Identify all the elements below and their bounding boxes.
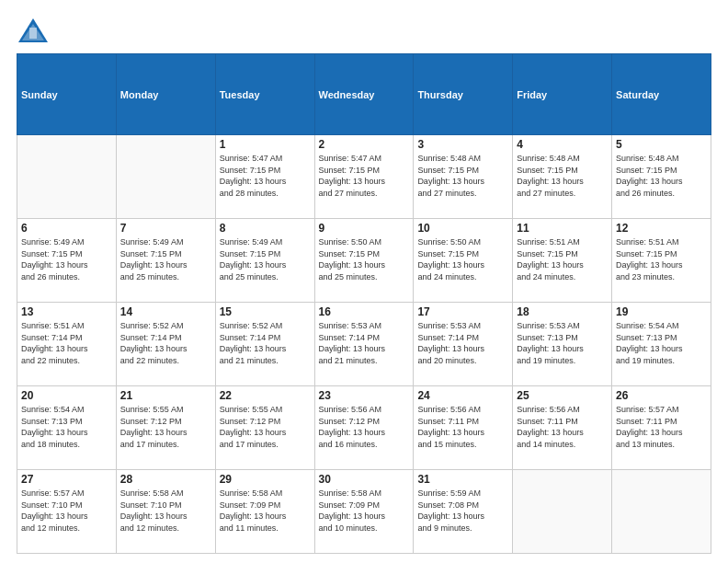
day-info: Sunrise: 5:49 AM Sunset: 7:15 PM Dayligh…	[120, 236, 211, 282]
week-row-3: 13Sunrise: 5:51 AM Sunset: 7:14 PM Dayli…	[17, 303, 711, 386]
weekday-header-thursday: Thursday	[414, 54, 513, 135]
day-number: 30	[319, 473, 410, 486]
day-number: 7	[120, 222, 211, 235]
day-number: 29	[220, 473, 311, 486]
day-info: Sunrise: 5:51 AM Sunset: 7:15 PM Dayligh…	[517, 236, 608, 282]
page: SundayMondayTuesdayWednesdayThursdayFrid…	[0, 0, 728, 563]
calendar-cell	[513, 470, 612, 554]
day-number: 17	[417, 305, 508, 318]
calendar-cell: 3Sunrise: 5:48 AM Sunset: 7:15 PM Daylig…	[414, 135, 513, 219]
day-info: Sunrise: 5:53 AM Sunset: 7:14 PM Dayligh…	[417, 320, 508, 366]
day-number: 28	[120, 473, 211, 486]
week-row-2: 6Sunrise: 5:49 AM Sunset: 7:15 PM Daylig…	[17, 219, 711, 303]
calendar-cell: 20Sunrise: 5:54 AM Sunset: 7:13 PM Dayli…	[17, 386, 117, 470]
calendar-cell: 25Sunrise: 5:56 AM Sunset: 7:11 PM Dayli…	[513, 386, 612, 470]
week-row-4: 20Sunrise: 5:54 AM Sunset: 7:13 PM Dayli…	[17, 386, 711, 470]
calendar-cell	[612, 470, 711, 554]
day-number: 20	[21, 389, 112, 402]
day-number: 4	[517, 138, 608, 151]
day-number: 18	[517, 305, 608, 318]
day-info: Sunrise: 5:54 AM Sunset: 7:13 PM Dayligh…	[21, 404, 112, 450]
calendar-cell: 21Sunrise: 5:55 AM Sunset: 7:12 PM Dayli…	[116, 386, 215, 470]
day-number: 21	[120, 389, 211, 402]
day-info: Sunrise: 5:55 AM Sunset: 7:12 PM Dayligh…	[220, 404, 311, 450]
calendar-cell: 23Sunrise: 5:56 AM Sunset: 7:12 PM Dayli…	[314, 386, 414, 470]
week-row-1: 1Sunrise: 5:47 AM Sunset: 7:15 PM Daylig…	[17, 135, 711, 219]
day-info: Sunrise: 5:52 AM Sunset: 7:14 PM Dayligh…	[120, 320, 211, 366]
day-number: 26	[616, 389, 707, 402]
day-info: Sunrise: 5:53 AM Sunset: 7:13 PM Dayligh…	[517, 320, 608, 366]
day-number: 25	[517, 389, 608, 402]
day-info: Sunrise: 5:57 AM Sunset: 7:11 PM Dayligh…	[616, 404, 707, 450]
day-info: Sunrise: 5:47 AM Sunset: 7:15 PM Dayligh…	[220, 153, 311, 199]
calendar-cell: 9Sunrise: 5:50 AM Sunset: 7:15 PM Daylig…	[314, 219, 414, 303]
calendar-cell: 18Sunrise: 5:53 AM Sunset: 7:13 PM Dayli…	[513, 303, 612, 386]
day-info: Sunrise: 5:48 AM Sunset: 7:15 PM Dayligh…	[517, 153, 608, 199]
calendar-cell: 13Sunrise: 5:51 AM Sunset: 7:14 PM Dayli…	[17, 303, 117, 386]
calendar-cell: 8Sunrise: 5:49 AM Sunset: 7:15 PM Daylig…	[215, 219, 314, 303]
calendar-cell: 31Sunrise: 5:59 AM Sunset: 7:08 PM Dayli…	[414, 470, 513, 554]
calendar-cell: 30Sunrise: 5:58 AM Sunset: 7:09 PM Dayli…	[314, 470, 414, 554]
calendar-cell: 28Sunrise: 5:58 AM Sunset: 7:10 PM Dayli…	[116, 470, 215, 554]
day-number: 9	[319, 222, 410, 235]
day-info: Sunrise: 5:49 AM Sunset: 7:15 PM Dayligh…	[21, 236, 112, 282]
day-number: 1	[220, 138, 311, 151]
calendar-cell	[17, 135, 117, 219]
day-number: 12	[616, 222, 707, 235]
week-row-5: 27Sunrise: 5:57 AM Sunset: 7:10 PM Dayli…	[17, 470, 711, 554]
calendar-cell: 10Sunrise: 5:50 AM Sunset: 7:15 PM Dayli…	[414, 219, 513, 303]
day-number: 19	[616, 305, 707, 318]
day-number: 11	[517, 222, 608, 235]
day-info: Sunrise: 5:57 AM Sunset: 7:10 PM Dayligh…	[21, 488, 112, 534]
day-info: Sunrise: 5:56 AM Sunset: 7:11 PM Dayligh…	[517, 404, 608, 450]
weekday-header-tuesday: Tuesday	[215, 54, 314, 135]
day-number: 23	[319, 389, 410, 402]
calendar-cell: 12Sunrise: 5:51 AM Sunset: 7:15 PM Dayli…	[612, 219, 711, 303]
day-info: Sunrise: 5:52 AM Sunset: 7:14 PM Dayligh…	[220, 320, 311, 366]
day-number: 16	[319, 305, 410, 318]
logo	[17, 17, 53, 44]
day-info: Sunrise: 5:51 AM Sunset: 7:15 PM Dayligh…	[616, 236, 707, 282]
day-info: Sunrise: 5:49 AM Sunset: 7:15 PM Dayligh…	[220, 236, 311, 282]
weekday-header-friday: Friday	[513, 54, 612, 135]
day-info: Sunrise: 5:51 AM Sunset: 7:14 PM Dayligh…	[21, 320, 112, 366]
day-info: Sunrise: 5:53 AM Sunset: 7:14 PM Dayligh…	[319, 320, 410, 366]
day-info: Sunrise: 5:56 AM Sunset: 7:11 PM Dayligh…	[417, 404, 508, 450]
weekday-header-row: SundayMondayTuesdayWednesdayThursdayFrid…	[17, 54, 711, 135]
calendar-cell: 16Sunrise: 5:53 AM Sunset: 7:14 PM Dayli…	[314, 303, 414, 386]
calendar-cell	[116, 135, 215, 219]
calendar-cell: 26Sunrise: 5:57 AM Sunset: 7:11 PM Dayli…	[612, 386, 711, 470]
day-number: 8	[220, 222, 311, 235]
calendar-cell: 29Sunrise: 5:58 AM Sunset: 7:09 PM Dayli…	[215, 470, 314, 554]
calendar-cell: 11Sunrise: 5:51 AM Sunset: 7:15 PM Dayli…	[513, 219, 612, 303]
weekday-header-wednesday: Wednesday	[314, 54, 414, 135]
day-info: Sunrise: 5:54 AM Sunset: 7:13 PM Dayligh…	[616, 320, 707, 366]
weekday-header-sunday: Sunday	[17, 54, 117, 135]
day-number: 22	[220, 389, 311, 402]
calendar-cell: 4Sunrise: 5:48 AM Sunset: 7:15 PM Daylig…	[513, 135, 612, 219]
day-number: 15	[220, 305, 311, 318]
day-info: Sunrise: 5:58 AM Sunset: 7:10 PM Dayligh…	[120, 488, 211, 534]
day-number: 5	[616, 138, 707, 151]
day-number: 2	[319, 138, 410, 151]
calendar-cell: 17Sunrise: 5:53 AM Sunset: 7:14 PM Dayli…	[414, 303, 513, 386]
calendar-cell: 7Sunrise: 5:49 AM Sunset: 7:15 PM Daylig…	[116, 219, 215, 303]
calendar-cell: 14Sunrise: 5:52 AM Sunset: 7:14 PM Dayli…	[116, 303, 215, 386]
day-info: Sunrise: 5:48 AM Sunset: 7:15 PM Dayligh…	[417, 153, 508, 199]
calendar-cell: 5Sunrise: 5:48 AM Sunset: 7:15 PM Daylig…	[612, 135, 711, 219]
day-info: Sunrise: 5:50 AM Sunset: 7:15 PM Dayligh…	[319, 236, 410, 282]
day-number: 6	[21, 222, 112, 235]
calendar-cell: 2Sunrise: 5:47 AM Sunset: 7:15 PM Daylig…	[314, 135, 414, 219]
day-info: Sunrise: 5:56 AM Sunset: 7:12 PM Dayligh…	[319, 404, 410, 450]
day-info: Sunrise: 5:58 AM Sunset: 7:09 PM Dayligh…	[319, 488, 410, 534]
calendar-cell: 6Sunrise: 5:49 AM Sunset: 7:15 PM Daylig…	[17, 219, 117, 303]
calendar-cell: 1Sunrise: 5:47 AM Sunset: 7:15 PM Daylig…	[215, 135, 314, 219]
header	[17, 17, 711, 44]
calendar-cell: 15Sunrise: 5:52 AM Sunset: 7:14 PM Dayli…	[215, 303, 314, 386]
day-number: 31	[417, 473, 508, 486]
day-number: 3	[417, 138, 508, 151]
svg-rect-2	[29, 28, 37, 39]
day-number: 27	[21, 473, 112, 486]
day-info: Sunrise: 5:55 AM Sunset: 7:12 PM Dayligh…	[120, 404, 211, 450]
day-info: Sunrise: 5:59 AM Sunset: 7:08 PM Dayligh…	[417, 488, 508, 534]
